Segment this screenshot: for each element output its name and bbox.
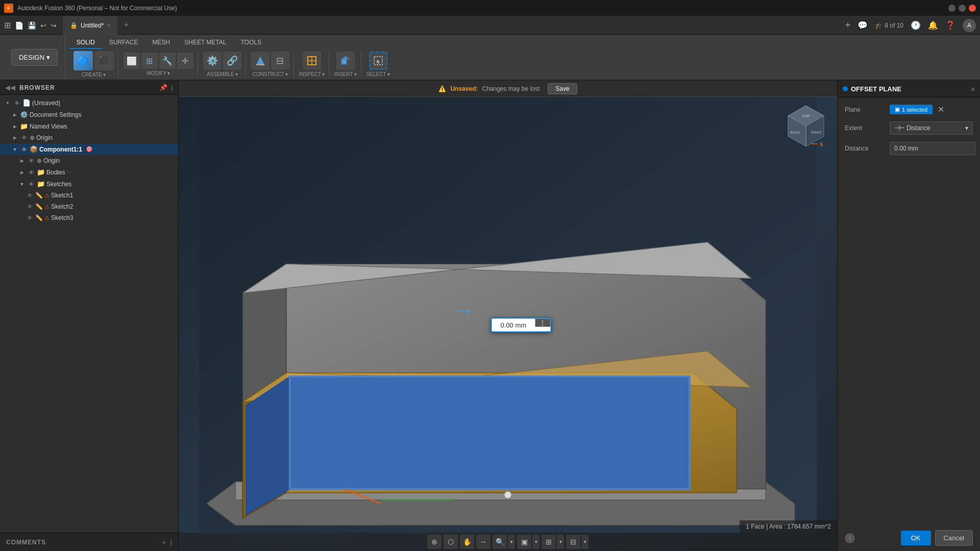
display-dropdown-arrow[interactable]: ▾	[532, 535, 540, 549]
insert-icon1[interactable]	[336, 52, 355, 70]
new-file-icon[interactable]: 📄	[15, 21, 23, 30]
view-cube[interactable]: TOP RIGHT BACK X	[783, 103, 829, 149]
extent-dropdown[interactable]: ⊣⊢ Distance ▾	[890, 121, 973, 135]
dimension-menu-icon[interactable]: ⋮	[535, 319, 550, 327]
tab-surface[interactable]: SURFACE	[102, 37, 145, 49]
zoom-icon[interactable]: 🔍	[493, 535, 507, 549]
construct-icon2[interactable]: ⊟	[271, 52, 289, 70]
minimize-button[interactable]	[948, 5, 955, 12]
panel-expand-icon[interactable]: »	[971, 85, 975, 93]
pan-icon[interactable]: ✋	[460, 535, 474, 549]
snap-icon[interactable]: ⬡	[444, 535, 458, 549]
tab-close-icon[interactable]: ✕	[107, 22, 111, 28]
browser-more-icon[interactable]: |	[172, 84, 173, 91]
bodies-arrow[interactable]: ▶	[18, 170, 26, 175]
profile-icon[interactable]: A	[963, 19, 976, 32]
select-icon[interactable]	[369, 52, 387, 70]
sketch2-vis-icon[interactable]: 👁	[26, 204, 34, 210]
modify-icon2[interactable]: ⊞	[141, 53, 158, 69]
sketches-vis-icon[interactable]: 👁	[27, 181, 35, 187]
bell-icon[interactable]: 🔔	[928, 20, 938, 30]
zoom-dropdown-arrow[interactable]: ▾	[508, 535, 515, 549]
bodies-vis-icon[interactable]: 👁	[27, 169, 35, 176]
component-vis-icon[interactable]: 👁	[20, 146, 28, 153]
cancel-button[interactable]: Cancel	[935, 530, 973, 546]
root-vis-icon[interactable]: 👁	[13, 100, 21, 106]
display-icon[interactable]: ▣	[517, 535, 531, 549]
tree-item-origin[interactable]: ▶ 👁 ⊕ Origin	[0, 132, 178, 143]
help-icon[interactable]: ❓	[945, 20, 955, 30]
root-arrow[interactable]: ▼	[4, 101, 11, 106]
plus-icon[interactable]: +	[845, 20, 851, 31]
info-text: 1 Face | Area : 1784.657 mm^2	[746, 523, 831, 530]
undo-icon[interactable]: ↩	[40, 21, 46, 30]
grid-icon[interactable]: ⊞	[542, 535, 556, 549]
tab-solid[interactable]: SOLID	[69, 37, 102, 49]
create-extrude-icon[interactable]: ⬛	[94, 51, 114, 70]
dimension-popup[interactable]: ⋮	[491, 318, 551, 333]
construct-icon1[interactable]	[251, 52, 270, 70]
doc-settings-arrow[interactable]: ▶	[11, 112, 18, 117]
comments-more-icon[interactable]: |	[170, 538, 172, 546]
tree-item-named-views[interactable]: ▶ 📁 Named Views	[0, 120, 178, 132]
new-tab-button[interactable]: +	[118, 20, 134, 31]
save-icon[interactable]: 💾	[28, 21, 36, 30]
comments-add-icon[interactable]: +	[162, 538, 166, 546]
tree-item-root[interactable]: ▼ 👁 📄 (Unsaved)	[0, 97, 178, 109]
env-icon[interactable]: ⊟	[566, 535, 580, 549]
tree-item-bodies[interactable]: ▶ 👁 📁 Bodies ···	[0, 166, 178, 178]
orbit-icon[interactable]: ↔	[476, 535, 491, 549]
maximize-button[interactable]	[959, 5, 966, 12]
tree-item-sketch3[interactable]: 👁 ✏️ ⚠ Sketch3	[0, 212, 178, 223]
modify-icon3[interactable]: 🔧	[159, 53, 176, 69]
tutorials-badge[interactable]: 🎓8 of 10	[875, 22, 903, 29]
ok-button[interactable]: OK	[901, 531, 931, 545]
browser-collapse-icon[interactable]: ◀◀	[5, 84, 15, 91]
origin-arrow[interactable]: ▶	[11, 135, 18, 140]
sketch1-vis-icon[interactable]: 👁	[26, 192, 34, 198]
tab-tools[interactable]: TOOLS	[233, 37, 268, 49]
browser-pin-icon[interactable]: 📌	[159, 84, 167, 91]
tab-item-active[interactable]: 🔒 Untitled* ✕	[63, 16, 118, 35]
origin-vis-icon[interactable]: 👁	[20, 135, 28, 141]
chat-icon[interactable]: 💬	[857, 20, 868, 30]
modify-icon4[interactable]: ✛	[177, 53, 193, 69]
assemble-icon2[interactable]: 🔗	[223, 52, 241, 70]
tree-item-sketch1[interactable]: 👁 ✏️ ⚠ Sketch1	[0, 190, 178, 201]
named-views-label: Named Views	[30, 123, 67, 130]
clock-icon[interactable]: 🕐	[911, 20, 921, 30]
joint-icon[interactable]: ⊕	[427, 535, 442, 549]
distance-input[interactable]	[890, 142, 975, 155]
tab-sheet-metal[interactable]: SHEET METAL	[177, 37, 233, 49]
tree-item-doc-settings[interactable]: ▶ ⚙️ Document Settings	[0, 109, 178, 120]
tree-item-sketch2[interactable]: 👁 ✏️ ⚠ Sketch2	[0, 201, 178, 212]
viewport[interactable]: ⚠️ Unsaved: Changes may be lost Save	[179, 81, 837, 551]
tab-mesh[interactable]: MESH	[145, 37, 178, 49]
browser-title: BROWSER	[19, 84, 155, 91]
model-viewport[interactable]	[179, 97, 837, 533]
save-button[interactable]: Save	[548, 83, 577, 94]
env-dropdown-arrow[interactable]: ▾	[581, 535, 589, 549]
tree-item-sketches[interactable]: ▼ 👁 📁 Sketches	[0, 178, 178, 190]
create-solid-icon[interactable]: 🔷	[74, 51, 93, 70]
design-button[interactable]: DESIGN ▾	[11, 49, 58, 66]
info-button[interactable]: i	[845, 533, 855, 543]
assemble-icon1[interactable]: ⚙️	[203, 52, 222, 70]
sketches-arrow[interactable]: ▼	[18, 182, 26, 187]
comp-origin-arrow[interactable]: ▶	[18, 158, 26, 163]
close-button[interactable]	[969, 5, 976, 12]
tree-item-comp-origin[interactable]: ▶ 👁 ⊕ Origin	[0, 155, 178, 166]
sketch3-vis-icon[interactable]: 👁	[26, 215, 34, 221]
component-expand-arrow[interactable]: ▼	[11, 147, 18, 152]
apps-grid-icon[interactable]: ⊞	[4, 20, 11, 30]
modify-icon1[interactable]: ⬜	[124, 53, 140, 69]
grid-dropdown-arrow[interactable]: ▾	[557, 535, 564, 549]
clear-selection-button[interactable]: ✕	[936, 105, 946, 114]
comp-origin-vis-icon[interactable]: 👁	[27, 158, 35, 164]
tree-item-component[interactable]: ▼ 👁 📦 Component1:1 🎯	[0, 143, 178, 155]
inspect-icon1[interactable]	[303, 52, 321, 70]
dimension-input[interactable]	[492, 319, 535, 332]
redo-icon[interactable]: ↪	[51, 21, 57, 30]
named-views-arrow[interactable]: ▶	[11, 124, 18, 129]
component-target-icon[interactable]: 🎯	[86, 146, 93, 153]
